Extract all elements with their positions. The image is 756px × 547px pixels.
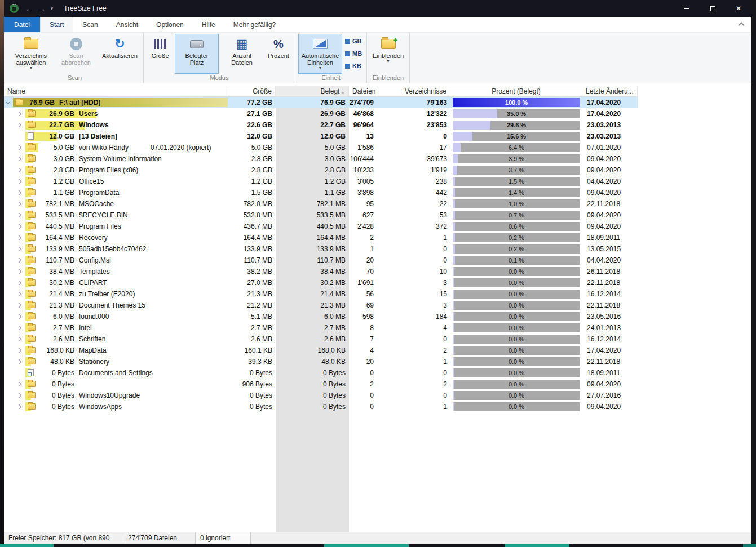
table-row[interactable]: 533.5 MB$RECYCLE.BIN532.8 MB533.5 MB6275… — [4, 210, 638, 221]
expander-icon[interactable] — [17, 157, 23, 162]
expander-icon[interactable] — [17, 235, 23, 241]
unit-label: GB — [352, 38, 362, 45]
table-row[interactable]: 21.4 MBzu Treiber (E2020)21.3 MB21.4 MB5… — [4, 288, 638, 300]
unit-button-mb[interactable]: MB — [343, 47, 364, 60]
tab-mehr-gefällig[interactable]: Mehr gefällig? — [224, 17, 285, 32]
table-row[interactable]: 48.0 KBStationery39.3 KB48.0 KB2010.0 %2… — [4, 356, 638, 367]
table-row[interactable]: 5.0 GBvon Wiko-Handy07.01.2020 (kopiert)… — [4, 142, 638, 153]
back-icon[interactable]: ← — [23, 4, 36, 13]
close-button[interactable]: ✕ — [726, 0, 751, 17]
aktualisieren-button[interactable]: ↻Aktualisieren — [99, 34, 140, 74]
table-row[interactable]: 0 BytesDocuments and Settings0 Bytes0 By… — [4, 367, 638, 379]
maximize-button[interactable] — [700, 0, 726, 17]
table-row[interactable]: 110.7 MBConfig.Msi110.7 MB110.7 MB2000.1… — [4, 255, 638, 266]
expander-icon[interactable] — [17, 404, 23, 410]
expander-icon[interactable] — [17, 359, 23, 365]
table-row[interactable]: 1.2 GBOffice151.2 GB1.2 GB3'0052381.5 %0… — [4, 176, 638, 187]
table-row[interactable]: 22.7 GBWindows22.6 GB22.7 GB96'96423'853… — [4, 119, 638, 131]
cell-verzeichnisse: 0 — [377, 255, 450, 266]
table-row[interactable]: 76.9 GBF:\ auf [HDD]77.2 GB76.9 GB274'70… — [4, 97, 638, 108]
cell-date: 07.01.2020 — [582, 142, 638, 153]
prozent-button[interactable]: %Prozent — [265, 34, 292, 74]
table-row[interactable]: 0 BytesWindows10Upgrade0 Bytes0 Bytes000… — [4, 390, 638, 401]
table-row[interactable]: 164.4 MBRecovery164.4 MB164.4 MB210.2 %1… — [4, 232, 638, 243]
expander-icon[interactable] — [17, 337, 23, 343]
expander-icon[interactable] — [17, 190, 23, 196]
expander-icon[interactable] — [17, 202, 23, 207]
cell-groesse: 5.0 GB — [228, 142, 276, 153]
tab-datei[interactable]: Datei — [4, 17, 40, 32]
expander-icon[interactable] — [17, 393, 23, 399]
table-row[interactable]: 3.0 GBSystem Volume Information2.8 GB3.0… — [4, 153, 638, 164]
expander-icon[interactable] — [17, 382, 23, 388]
expander-icon[interactable] — [17, 281, 23, 286]
table-row[interactable]: 2.7 MBIntel2.7 MB2.7 MB840.0 %24.01.2013 — [4, 322, 638, 333]
table-row[interactable]: 38.4 MBTemplates38.2 MB38.4 MB70100.0 %2… — [4, 266, 638, 277]
expander-icon[interactable] — [17, 303, 23, 309]
unit-button-kb[interactable]: KB — [343, 60, 364, 72]
table-row[interactable]: 2.8 GBProgram Files (x86)2.8 GB2.8 GB10'… — [4, 164, 638, 176]
cell-percent: 0.2 % — [450, 243, 582, 255]
column-header-belegt[interactable]: Belegt⌄ — [276, 86, 349, 96]
expander-icon[interactable] — [17, 123, 23, 128]
row-size-label: 440.5 MB — [38, 221, 74, 232]
expander-icon[interactable] — [17, 326, 23, 331]
table-row[interactable]: 782.1 MBMSOCache782.0 MB782.1 MB95221.0 … — [4, 198, 638, 210]
expander-icon[interactable] — [17, 269, 23, 275]
tab-start[interactable]: Start — [40, 17, 73, 32]
verzeichnis-auswählen-button[interactable]: Verzeichnis auswählen▾ — [9, 34, 53, 74]
tab-optionen[interactable]: Optionen — [147, 17, 193, 32]
expander-icon[interactable] — [17, 292, 23, 297]
column-header-prozent-belegt[interactable]: Prozent (Belegt) — [450, 86, 582, 96]
row-name-label: 505adb15ebb4c70462 — [79, 243, 146, 255]
button-icon-wrap — [190, 37, 204, 51]
table-row[interactable]: 1.1 GBProgramData1.5 GB1.1 GB3'8984421.4… — [4, 187, 638, 198]
tab-ansicht[interactable]: Ansicht — [107, 17, 147, 32]
collapse-ribbon-icon[interactable] — [739, 21, 745, 27]
table-row[interactable]: 0 Bytes906 Bytes0 Bytes220.0 %09.04.2020 — [4, 379, 638, 390]
row-size-label: 30.2 MB — [38, 277, 74, 288]
quickaccess-caret-icon[interactable]: ▾ — [48, 6, 56, 11]
cell-dateien: 13 — [349, 131, 377, 142]
einblenden-button[interactable]: Einblenden▾ — [370, 34, 406, 74]
cell-belegt: 48.0 KB — [276, 356, 349, 367]
expander-icon[interactable] — [6, 100, 12, 106]
tab-hilfe[interactable]: Hilfe — [193, 17, 224, 32]
column-header-name[interactable]: Name — [4, 86, 228, 96]
table-row[interactable]: 168.0 KBMapData160.1 KB168.0 KB420.0 %17… — [4, 345, 638, 356]
expander-icon[interactable] — [17, 168, 23, 174]
column-header-dateien[interactable]: Dateien — [349, 86, 377, 96]
column-header-größe[interactable]: Größe — [228, 86, 276, 96]
unit-button-gb[interactable]: GB — [343, 35, 364, 47]
column-header-verzeichnisse[interactable]: Verzeichnisse — [377, 86, 450, 96]
table-row[interactable]: 12.0 GB[13 Dateien]12.0 GB12.0 GB13015.6… — [4, 131, 638, 142]
table-row[interactable]: 0 BytesWindowsApps0 Bytes0 Bytes010.0 %0… — [4, 401, 638, 412]
scan-abbrechen-button[interactable]: Scan abbrechen — [54, 34, 98, 74]
table-row[interactable]: 30.2 MBCLIPART27.0 MB30.2 MB1'69130.0 %2… — [4, 277, 638, 288]
expander-icon[interactable] — [17, 348, 23, 354]
belegter-platz-button[interactable]: Belegter Platz — [175, 34, 219, 74]
column-header-letzte-änderu[interactable]: Letzte Änderu... — [582, 86, 638, 96]
table-row[interactable]: 2.6 MBSchriften2.6 MB2.6 MB700.0 %16.12.… — [4, 333, 638, 345]
tab-scan[interactable]: Scan — [73, 17, 107, 32]
größe-button[interactable]: Größe — [147, 34, 174, 74]
expander-icon[interactable] — [17, 112, 23, 117]
table-row[interactable]: 133.9 MB505adb15ebb4c70462133.9 MB133.9 … — [4, 243, 638, 255]
expander-icon[interactable] — [17, 247, 23, 252]
table-row[interactable]: 26.9 GBUsers27.1 GB26.9 GB46'86812'32235… — [4, 108, 638, 119]
table-row[interactable]: 6.0 MBfound.0005.1 MB6.0 MB5981840.0 %23… — [4, 311, 638, 322]
table-row[interactable]: 440.5 MBProgram Files436.7 MB440.5 MB2'4… — [4, 221, 638, 232]
anzahl-dateien-button[interactable]: ▦Anzahl Dateien — [220, 34, 264, 74]
forward-icon[interactable]: → — [36, 4, 48, 13]
expander-icon[interactable] — [17, 179, 23, 185]
expander-icon[interactable] — [17, 258, 23, 264]
folder-open-icon — [24, 39, 38, 49]
table-row[interactable]: 21.3 MBDocument Themes 1521.2 MB21.3 MB6… — [4, 300, 638, 311]
automatische-einheiten-button[interactable]: Automatische Einheiten▾ — [298, 34, 342, 74]
expander-icon[interactable] — [17, 224, 23, 230]
percent-bar: 29.6 % — [453, 121, 580, 130]
expander-icon[interactable] — [17, 213, 23, 219]
minimize-button[interactable] — [674, 0, 700, 17]
expander-icon[interactable] — [17, 145, 23, 151]
expander-icon[interactable] — [17, 314, 23, 320]
